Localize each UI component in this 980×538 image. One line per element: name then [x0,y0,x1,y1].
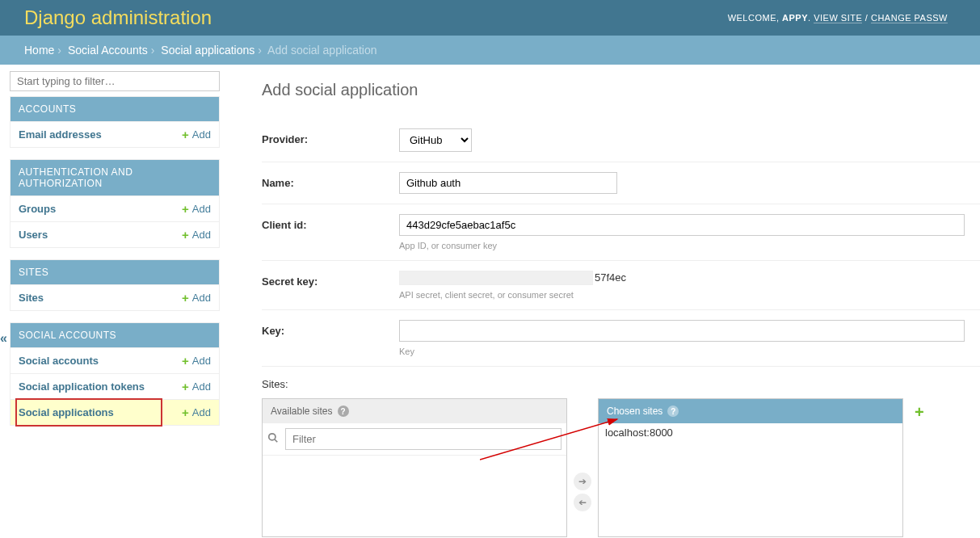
header: Django administration WELCOME, APPY. VIE… [0,0,980,36]
add-site-link[interactable]: +Add [182,292,211,304]
site-title[interactable]: Django administration [24,6,212,29]
help-icon[interactable]: ? [338,406,349,417]
add-social-token-link[interactable]: +Add [182,380,211,393]
module-sites: SITES Sites +Add [10,259,220,311]
row-secret: Secret key: 57f4ec API secret, client se… [262,261,980,310]
provider-select[interactable]: GitHub [399,128,472,152]
name-input[interactable] [399,172,617,194]
email-addresses-link[interactable]: Email addresses [19,128,102,141]
sidebar-item-social-applications: Social applications +Add [11,399,219,425]
sidebar-item-social-tokens: Social application tokens +Add [11,373,219,399]
sidebar-item-social-accounts: Social accounts +Add [11,347,219,373]
row-sites: Sites: Available sites ? [262,367,980,538]
chosen-sites-box: Chosen sites ? localhost:8000 [598,398,903,537]
breadcrumb-current: Add social application [267,44,376,57]
selector-arrows: ➔ ➔ [574,473,591,511]
add-group-link[interactable]: +Add [182,203,211,215]
sidebar-item-groups: Groups +Add [11,195,219,221]
module-auth: AUTHENTICATION AND AUTHORIZATION Groups … [10,159,220,248]
sidebar-item-users: Users +Add [11,221,219,247]
sites-label: Sites: [262,378,980,390]
view-site-link[interactable]: VIEW SITE [814,13,862,23]
move-left-button[interactable]: ➔ [574,494,591,511]
welcome-text: WELCOME, [728,13,782,23]
module-accounts: ACCOUNTS Email addresses +Add [10,96,220,148]
add-social-account-link[interactable]: +Add [182,355,211,367]
search-icon [267,432,279,446]
toggle-sidebar-icon[interactable]: « [0,331,7,346]
add-email-address-link[interactable]: +Add [182,128,211,141]
sidebar-filter-input[interactable] [10,71,220,91]
breadcrumb-social-applications[interactable]: Social applications [161,44,254,57]
key-help: Key [399,347,980,356]
move-right-button[interactable]: ➔ [574,473,591,490]
secret-label: Secret key: [262,271,399,288]
sidebar-item-sites: Sites +Add [11,284,219,310]
client-id-label: Client id: [262,214,399,231]
client-id-help: App ID, or consumer key [399,241,980,250]
module-social-accounts: SOCIAL ACCOUNTS Social accounts +Add Soc… [10,322,220,426]
svg-line-1 [275,439,278,443]
svg-point-0 [269,434,275,440]
sidebar: « ACCOUNTS Email addresses +Add AUTHENTI… [0,65,229,538]
plus-icon: + [182,128,189,141]
client-id-input[interactable] [399,214,965,236]
change-password-link[interactable]: CHANGE PASSW [871,13,948,23]
page-title: Add social application [262,81,980,99]
chosen-sites-list[interactable]: localhost:8000 [599,423,902,536]
row-name: Name: [262,162,980,204]
name-label: Name: [262,172,399,189]
social-applications-link[interactable]: Social applications [19,406,114,418]
help-icon[interactable]: ? [667,406,679,417]
plus-icon: + [182,355,189,367]
users-link[interactable]: Users [19,229,48,241]
module-caption-auth: AUTHENTICATION AND AUTHORIZATION [11,160,219,195]
row-provider: Provider: GitHub [262,119,980,162]
plus-icon: + [182,380,189,393]
key-label: Key: [262,320,399,337]
row-key: Key: Key [262,310,980,367]
groups-link[interactable]: Groups [19,203,56,215]
plus-icon: + [182,229,189,241]
breadcrumb-home[interactable]: Home [24,44,54,57]
main-content: Add social application Provider: GitHub … [229,65,980,538]
add-related-site-icon[interactable]: + [915,403,924,422]
plus-icon: + [182,406,189,418]
row-client-id: Client id: App ID, or consumer key [262,204,980,261]
breadcrumb-social-accounts[interactable]: Social Accounts [68,44,148,57]
chosen-site-item[interactable]: localhost:8000 [605,427,896,439]
module-caption-accounts: ACCOUNTS [11,97,219,121]
plus-icon: + [182,292,189,304]
module-caption-sites: SITES [11,260,219,284]
svg-line-2 [480,419,617,460]
add-user-link[interactable]: +Add [182,229,211,241]
chosen-sites-header: Chosen sites ? [599,399,902,423]
social-accounts-link[interactable]: Social accounts [19,355,99,367]
breadcrumb: Home› Social Accounts› Social applicatio… [0,36,980,65]
key-input[interactable] [399,320,965,342]
module-caption-social: SOCIAL ACCOUNTS [11,323,219,347]
username: APPY [782,13,808,23]
add-social-application-link[interactable]: +Add [182,406,211,418]
secret-suffix: 57f4ec [595,271,626,284]
sidebar-item-email-addresses: Email addresses +Add [11,121,219,147]
sites-link[interactable]: Sites [19,292,44,304]
user-tools: WELCOME, APPY. VIEW SITE / CHANGE PASSW [728,13,948,23]
annotation-arrow-icon [480,415,625,464]
social-tokens-link[interactable]: Social application tokens [19,380,145,393]
plus-icon: + [182,203,189,215]
available-sites-list[interactable] [263,456,566,536]
secret-masked [399,271,593,285]
provider-label: Provider: [262,128,399,145]
secret-help: API secret, client secret, or consumer s… [399,290,980,300]
